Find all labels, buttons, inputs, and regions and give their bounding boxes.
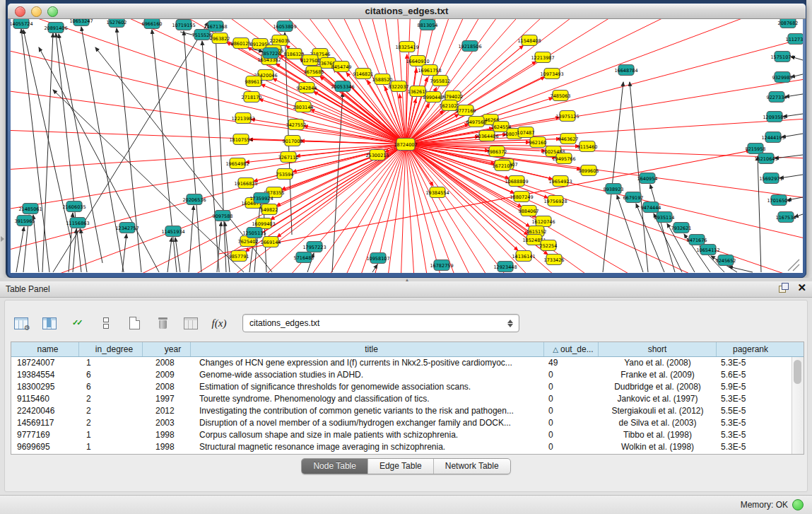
network-node[interactable]: 6497568 xyxy=(466,117,487,127)
network-node[interactable]: 9899605 xyxy=(579,165,599,176)
network-node[interactable]: 12444195 xyxy=(761,132,784,143)
network-node[interactable]: 9329985 xyxy=(772,72,793,83)
network-node[interactable]: 20053346 xyxy=(331,81,354,92)
network-node[interactable]: 18724007 xyxy=(394,139,417,151)
network-node[interactable]: 962160 xyxy=(529,137,547,148)
network-node[interactable]: 8322037 xyxy=(389,81,409,92)
table-selector-dropdown[interactable]: citations_edges.txt xyxy=(242,314,519,332)
tab-edge-table[interactable]: Edge Table xyxy=(368,459,434,474)
table-row[interactable]: 1938455462009Genome-wide association stu… xyxy=(11,369,792,381)
table-row[interactable]: 946554611997Estimation of the future num… xyxy=(11,453,792,454)
network-node[interactable]: 8813054 xyxy=(418,20,438,30)
network-node[interactable]: 1167534 xyxy=(776,212,796,223)
network-node[interactable]: 18107554 xyxy=(229,134,252,145)
float-window-icon[interactable] xyxy=(779,283,789,293)
import-table-button[interactable] xyxy=(182,314,200,332)
network-node[interactable]: 7963822 xyxy=(210,33,230,44)
network-node[interactable]: 16120746 xyxy=(531,216,555,227)
network-node[interactable]: 12213983 xyxy=(231,113,254,124)
network-node[interactable]: 9227334 xyxy=(767,92,787,103)
column-header-pagerank[interactable]: pagerank xyxy=(717,342,780,356)
network-node[interactable]: 252254 xyxy=(540,240,558,251)
network-node[interactable]: 8215958 xyxy=(746,144,766,154)
network-node[interactable]: 9245652 xyxy=(716,255,736,266)
network-node[interactable]: 19756928 xyxy=(543,196,567,206)
network-node[interactable]: 549822 xyxy=(261,204,278,215)
network-node[interactable]: 1672107 xyxy=(493,160,513,171)
table-row[interactable]: 977716911998Corpus callosum shape and si… xyxy=(11,429,792,441)
network-node[interactable]: 2226035 xyxy=(270,35,290,46)
network-node[interactable]: 6679197 xyxy=(623,192,644,203)
network-node[interactable]: 19654982 xyxy=(225,158,249,169)
network-node[interactable]: 107487 xyxy=(517,127,535,138)
network-node[interactable]: 19654923 xyxy=(548,176,572,187)
column-header-short[interactable]: short xyxy=(599,342,717,356)
network-node[interactable]: 12923448 xyxy=(493,262,517,272)
network-node[interactable]: 15692971 xyxy=(759,173,782,184)
table-row[interactable]: 2242004622012Investigating the contribut… xyxy=(11,405,792,417)
network-node[interactable]: 3915965 xyxy=(15,216,35,226)
network-node[interactable]: 10958107 xyxy=(366,253,389,264)
network-node[interactable]: 9474444 xyxy=(641,202,661,213)
network-node[interactable]: 3267110 xyxy=(278,152,299,163)
network-node[interactable]: 1640954 xyxy=(637,173,658,184)
dropdown-stepper-icon[interactable] xyxy=(505,320,516,327)
column-header-in-degree[interactable]: in_degree xyxy=(79,342,143,356)
network-node[interactable]: 9463627 xyxy=(558,134,579,144)
network-node[interactable]: 7485063 xyxy=(551,90,571,101)
table-settings-button[interactable]: ⚙ xyxy=(12,314,30,332)
network-node[interactable]: 3427552 xyxy=(286,119,307,130)
new-attribute-button[interactable] xyxy=(125,314,143,332)
network-node[interactable]: 2718170 xyxy=(242,92,262,103)
tab-network-table[interactable]: Network Table xyxy=(434,459,510,474)
network-node[interactable]: 15751074 xyxy=(770,52,794,62)
network-node[interactable]: 9242844 xyxy=(297,83,317,93)
network-node[interactable]: 753594 xyxy=(276,169,294,180)
network-node[interactable]: 1733426 xyxy=(544,255,565,265)
network-node[interactable]: 16782759 xyxy=(430,260,453,271)
network-node[interactable]: 8990448 xyxy=(423,92,444,103)
network-node[interactable]: 16648784 xyxy=(614,65,637,76)
network-node[interactable]: 10719155 xyxy=(172,20,195,30)
network-node[interactable]: 5716485 xyxy=(294,252,314,263)
network-node[interactable]: 1588520 xyxy=(372,74,393,85)
network-node[interactable]: 8454749 xyxy=(331,62,352,72)
network-node[interactable]: 7932621 xyxy=(671,223,692,233)
column-header-title[interactable]: title xyxy=(191,342,544,356)
table-row[interactable]: 1456911722003Disruption of a novel membe… xyxy=(11,417,792,429)
memory-status-icon[interactable] xyxy=(792,499,804,510)
network-node[interactable]: 7515526 xyxy=(192,30,213,40)
network-node[interactable]: 2087682 xyxy=(778,19,799,28)
network-node[interactable]: 21485061 xyxy=(18,204,42,214)
resize-grip-icon[interactable] xyxy=(788,259,799,271)
network-node[interactable]: 7955812 xyxy=(430,76,451,86)
column-header-out-degree[interactable]: △out_de... xyxy=(544,342,599,356)
network-node[interactable]: 14055724 xyxy=(11,19,33,29)
table-vertical-scrollbar[interactable] xyxy=(792,357,804,454)
network-node[interactable]: 1527602 xyxy=(107,19,127,28)
network-node[interactable]: 9777169 xyxy=(456,105,476,116)
network-node[interactable]: 3675685 xyxy=(304,66,324,77)
network-node[interactable]: 2935114 xyxy=(654,212,675,223)
network-node[interactable]: 18325419 xyxy=(395,42,418,52)
network-node[interactable]: 9115460 xyxy=(577,141,598,152)
network-node[interactable]: 17957223 xyxy=(302,242,326,252)
network-node[interactable]: 17016504 xyxy=(767,195,790,206)
network-node[interactable]: 20206536 xyxy=(182,194,206,205)
network-node[interactable]: 7986372 xyxy=(487,146,507,157)
select-all-button[interactable]: ✓✓ xyxy=(69,314,87,332)
collapsed-splitter-arrow-icon[interactable] xyxy=(1,236,4,242)
network-node[interactable]: 1669144 xyxy=(261,237,281,247)
network-node[interactable]: 19166825 xyxy=(234,178,257,189)
close-panel-icon[interactable]: ✕ xyxy=(797,283,806,293)
network-node[interactable]: 7857224 xyxy=(261,48,281,59)
tab-node-table[interactable]: Node Table xyxy=(302,459,368,474)
network-node[interactable]: 2803144 xyxy=(293,102,314,112)
network-node[interactable]: 13975125 xyxy=(555,111,579,122)
table-row[interactable]: 911546021997Tourette syndrome. Phenomeno… xyxy=(11,393,792,405)
table-row[interactable]: 969969511998Structural magnetic resonanc… xyxy=(11,441,792,453)
network-node[interactable]: 21606035 xyxy=(62,201,86,212)
network-node[interactable]: 9097588 xyxy=(213,211,233,221)
network-node[interactable]: 12342757 xyxy=(115,223,139,233)
network-node[interactable]: 9017008 xyxy=(283,136,303,146)
